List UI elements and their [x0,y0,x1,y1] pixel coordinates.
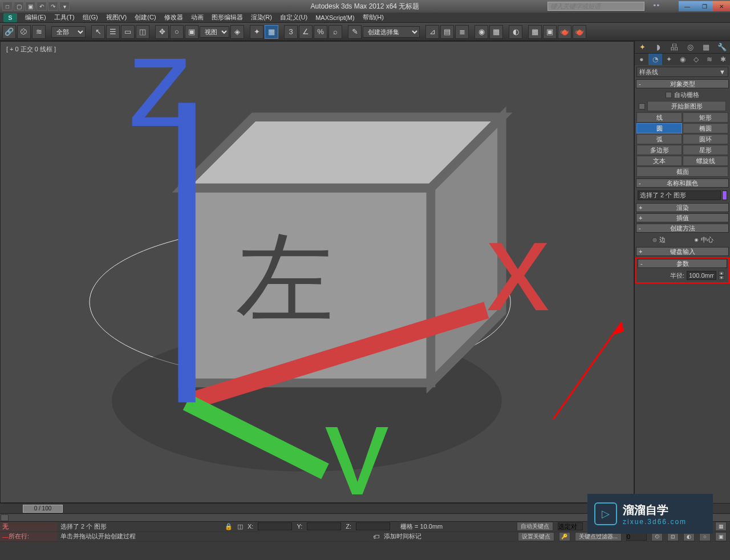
menu-modifiers[interactable]: 修改器 [164,13,183,22]
shape-donut-button[interactable]: 圆环 [683,134,728,144]
tab-hierarchy-icon[interactable]: 品 [667,41,683,53]
qat-redo-icon[interactable]: ↷ [48,2,58,11]
menu-views[interactable]: 视图(V) [106,13,127,22]
rollout-parameters[interactable]: -参数 [638,259,727,268]
svg-line-18 [187,402,325,471]
shape-category-dropdown[interactable]: 样条线▼ [636,67,728,77]
lock-icon[interactable]: 🔒 [225,523,233,530]
title-bar: □ ▢ ▣ ↶ ↷ ▾ Autodesk 3ds Max 2012 x64 无标… [0,0,730,13]
object-color-swatch[interactable] [722,190,727,200]
menu-create[interactable]: 创建(C) [135,13,156,22]
radius-input[interactable] [687,271,716,280]
selobj-input[interactable] [558,522,583,530]
close-button[interactable]: ✕ [713,1,730,11]
shape-arc-button[interactable]: 弧 [636,134,682,144]
rollout-rendering[interactable]: +渲染 [636,203,729,212]
viewport[interactable]: [ + 0 正交 0 线框 ] x y z x y 左 [0,41,634,503]
menu-group[interactable]: 组(G) [83,13,98,22]
menu-rendering[interactable]: 渲染(R) [251,13,272,22]
shape-line-button[interactable]: 线 [636,112,682,123]
tab-motion-icon[interactable]: ◎ [682,41,698,53]
axis-gizmo-icon: x y z [9,34,642,494]
timetag-icon[interactable]: 🏷 [373,533,379,540]
watermark-url: zixue.3d66.com [623,518,687,526]
shape-rectangle-button[interactable]: 矩形 [683,112,728,123]
setkey-button[interactable]: 设置关键点 [518,532,554,541]
qat-new-icon[interactable]: □ [2,2,13,11]
rollout-creation-method[interactable]: -创建方法 [636,224,729,233]
minimize-button[interactable]: — [679,1,696,11]
shape-circle-button[interactable]: 圆 [636,123,682,133]
startnewshape-button[interactable]: 开始新图形 [647,101,726,111]
startnewshape-row: 开始新图形 [636,100,728,112]
nav-max-icon[interactable]: ▦ [715,522,727,531]
key-icon[interactable]: 🔑 [559,532,570,541]
coord-x-input[interactable] [258,522,292,530]
shape-ellipse-button[interactable]: 椭圆 [683,123,728,133]
shape-ngon-button[interactable]: 多边形 [636,145,682,155]
grid-status: 栅格 = 10.0mm [400,522,443,531]
binoculars-icon[interactable]: 👓 [652,2,662,11]
iso-icon[interactable]: ◫ [237,523,243,530]
app-menu-button[interactable]: S [3,13,17,22]
command-panel-tabs: ✦ ◗ 品 ◎ ▦ 🔧 [635,41,730,54]
watermark-play-icon: ▷ [594,502,617,525]
coord-y-input[interactable] [307,522,341,530]
subtab-spacewarps-icon[interactable]: ≋ [703,54,716,65]
tab-modify-icon[interactable]: ◗ [651,41,667,53]
window-buttons: — ❐ ✕ [679,1,730,11]
qat-dd-icon[interactable]: ▾ [59,2,70,11]
radio-edge[interactable]: 边 [652,236,666,244]
shape-category-label: 样条线 [639,68,658,76]
qat-save-icon[interactable]: ▣ [25,2,35,11]
svg-text:z: z [129,34,193,153]
addtimetag[interactable]: 添加时间标记 [384,532,421,541]
radius-spinner[interactable]: ▲▼ [719,271,724,280]
create-subtabs: ● ◔ ✦ ◉ ◇ ≋ ✱ [635,54,730,65]
maximize-button[interactable]: ❐ [696,1,713,11]
subtab-helpers-icon[interactable]: ◇ [689,54,703,65]
rollout-object-type[interactable]: -对象类型 [636,79,729,88]
listener-none: 无 [0,522,57,532]
qat-undo-icon[interactable]: ↶ [36,2,47,11]
listener-loc: — 所在行: [0,532,57,542]
menu-tools[interactable]: 工具(T) [54,13,75,22]
shape-star-button[interactable]: 星形 [683,145,728,155]
prompt-text: 单击并拖动以开始创建过程 [60,532,368,541]
menu-customize[interactable]: 自定义(U) [280,13,307,22]
help-search-input[interactable] [548,2,644,11]
script-listener[interactable]: 无 — 所在行: [0,522,57,542]
coord-z-input[interactable] [356,522,390,530]
quick-access-toolbar: □ ▢ ▣ ↶ ↷ ▾ [2,2,70,11]
menu-help[interactable]: 帮助(H) [363,13,384,22]
shape-section-button[interactable]: 截面 [636,167,728,177]
time-slider-thumb[interactable]: 0 / 100 [23,505,63,513]
subtab-cameras-icon[interactable]: ◉ [676,54,690,65]
tab-utilities-icon[interactable]: 🔧 [714,41,730,53]
rollout-keyboard-entry[interactable]: +键盘输入 [636,247,729,256]
trackbar-toggle-icon[interactable] [1,514,9,521]
svg-text:y: y [325,380,388,494]
subtab-systems-icon[interactable]: ✱ [716,54,730,65]
subtab-lights-icon[interactable]: ✦ [662,54,676,65]
watermark-title: 溜溜自学 [623,502,687,518]
nav-max2-icon[interactable]: ▣ [715,532,727,541]
rollout-name-color[interactable]: -名称和颜色 [636,178,729,188]
menu-animation[interactable]: 动画 [191,13,204,22]
menu-maxscript[interactable]: MAXScript(M) [315,14,354,21]
object-name-input[interactable] [638,190,721,200]
tab-display-icon[interactable]: ▦ [698,41,714,53]
shape-helix-button[interactable]: 螺旋线 [683,156,728,166]
app-title: Autodesk 3ds Max 2012 x64 无标题 [311,2,420,11]
watermark-logo: ▷ 溜溜自学 zixue.3d66.com [587,494,713,534]
autokey-button[interactable]: 自动关键点 [517,522,553,531]
menu-grapheditors[interactable]: 图形编辑器 [212,13,243,22]
qat-open-icon[interactable]: ▢ [14,2,24,11]
shape-text-button[interactable]: 文本 [636,156,682,166]
rollout-interpolation[interactable]: +插值 [636,213,729,222]
radio-center[interactable]: 中心 [694,236,713,244]
autogrid-checkbox[interactable]: 自动栅格 [636,90,728,100]
menu-edit[interactable]: 编辑(E) [25,13,46,22]
highlight-box: -参数 半径: ▲▼ [635,257,729,283]
subtab-shapes-icon[interactable]: ◔ [648,54,662,65]
